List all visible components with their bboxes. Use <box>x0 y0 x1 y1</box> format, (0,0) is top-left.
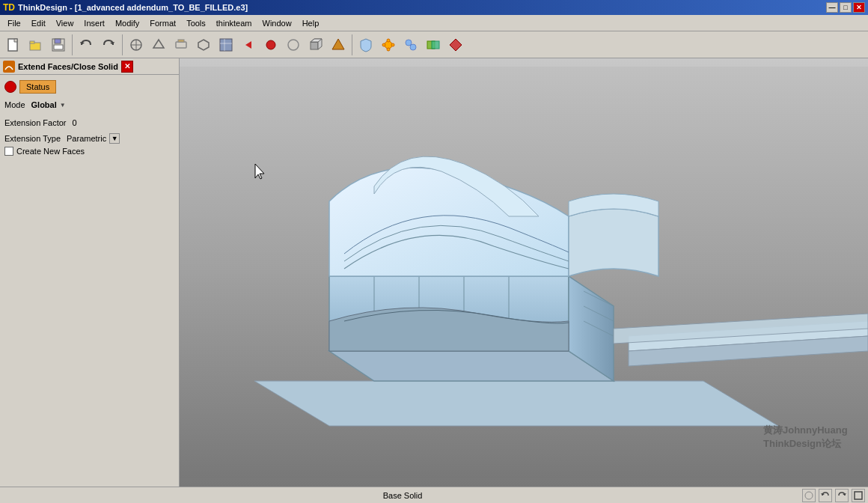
menu-window[interactable]: Window <box>258 17 296 29</box>
svg-rect-21 <box>311 42 318 49</box>
status-button[interactable]: Status <box>19 80 56 94</box>
menu-tools[interactable]: Tools <box>182 17 210 29</box>
tb-back[interactable] <box>238 34 259 55</box>
svg-marker-34 <box>450 39 462 51</box>
svg-marker-39 <box>329 351 614 381</box>
svg-rect-5 <box>54 45 63 49</box>
svg-text:ThinkDesign论坛: ThinkDesign论坛 <box>763 438 842 449</box>
extension-type-value: Parametric <box>67 134 106 143</box>
svg-rect-15 <box>220 39 232 51</box>
svg-rect-2 <box>30 41 34 43</box>
tb-save[interactable] <box>48 34 69 55</box>
extension-factor-label: Extension Factor <box>4 118 67 127</box>
menu-bar: File Edit View Insert Modify Format Tool… <box>0 15 868 31</box>
svg-point-31 <box>410 44 416 50</box>
svg-point-26 <box>382 43 385 46</box>
tb-record[interactable] <box>260 34 281 55</box>
tb-cluster2[interactable] <box>400 34 421 55</box>
menu-format[interactable]: Format <box>145 17 180 29</box>
panel-header: Extend Faces/Close Solid ✕ <box>0 58 179 75</box>
svg-marker-24 <box>332 39 344 49</box>
tb-cluster3[interactable] <box>423 34 444 55</box>
status-icon-rotate-right[interactable] <box>835 489 849 502</box>
viewport-svg: 3 黄涛JohnnyHuang ThinkDesign论坛 <box>180 58 868 487</box>
main-area: Extend Faces/Close Solid ✕ Status Mode G… <box>0 58 868 487</box>
menu-insert[interactable]: Insert <box>79 17 109 29</box>
panel-title: Extend Faces/Close Solid <box>18 62 118 71</box>
status-icon-rotate-left[interactable] <box>819 489 832 502</box>
mode-row: Mode Global ▼ <box>4 97 174 112</box>
tb-forward[interactable] <box>283 34 304 55</box>
toolbar-sep-3 <box>352 34 352 55</box>
svg-rect-13 <box>178 40 184 42</box>
svg-point-29 <box>387 48 390 51</box>
tb-tool3[interactable] <box>171 34 192 55</box>
tb-tool5[interactable] <box>216 34 236 55</box>
mode-dropdown-arrow[interactable]: ▼ <box>60 102 66 109</box>
create-new-faces-checkbox[interactable] <box>4 147 13 156</box>
status-icon-record[interactable] <box>802 489 816 502</box>
panel-icon <box>3 61 15 73</box>
extension-factor-value: 0 <box>73 118 77 127</box>
tb-open[interactable] <box>25 34 46 55</box>
tb-cluster4[interactable] <box>445 34 466 55</box>
stop-start-row: Status <box>4 79 174 94</box>
title-bar-left: TD ThinkDesign - [1_advanced addendum_TO… <box>3 2 248 13</box>
toolbar <box>0 31 868 58</box>
svg-marker-11 <box>153 40 164 48</box>
extension-type-dropdown[interactable]: ▼ <box>109 133 120 144</box>
tb-solid[interactable] <box>305 34 326 55</box>
maximize-button[interactable]: □ <box>840 2 852 13</box>
tb-redo[interactable] <box>98 34 119 55</box>
app-logo: TD <box>3 2 15 13</box>
menu-view[interactable]: View <box>52 17 79 29</box>
minimize-button[interactable]: — <box>826 2 838 13</box>
svg-point-20 <box>288 40 299 50</box>
panel-close-button[interactable]: ✕ <box>121 61 133 73</box>
tb-cluster1[interactable] <box>378 34 399 55</box>
tb-undo[interactable] <box>76 34 97 55</box>
tb-shield[interactable] <box>355 34 376 55</box>
svg-point-30 <box>406 40 412 46</box>
extension-factor-row: Extension Factor 0 <box>4 115 174 130</box>
tb-shape[interactable] <box>328 34 349 55</box>
svg-marker-14 <box>198 40 209 50</box>
svg-rect-33 <box>432 41 439 49</box>
menu-edit[interactable]: Edit <box>27 17 50 29</box>
extension-type-label: Extension Type <box>4 134 61 143</box>
left-panel: Extend Faces/Close Solid ✕ Status Mode G… <box>0 58 180 487</box>
mode-label: Mode <box>4 100 25 109</box>
menu-modify[interactable]: Modify <box>111 17 144 29</box>
svg-rect-4 <box>55 39 61 43</box>
tb-tool4[interactable] <box>193 34 214 55</box>
viewport[interactable]: 3 黄涛JohnnyHuang ThinkDesign论坛 <box>180 58 868 487</box>
close-button[interactable]: ✕ <box>853 2 865 13</box>
status-icon-square[interactable] <box>852 489 865 502</box>
svg-point-28 <box>387 39 390 42</box>
svg-rect-12 <box>176 42 186 48</box>
stop-button[interactable] <box>4 81 16 93</box>
svg-text:黄涛JohnnyHuang: 黄涛JohnnyHuang <box>763 424 848 436</box>
mode-value: Global <box>31 100 57 109</box>
status-text: Base Solid <box>3 491 802 500</box>
extension-type-row: Extension Type Parametric ▼ <box>4 133 174 144</box>
tb-new[interactable] <box>3 34 24 55</box>
svg-point-57 <box>805 492 813 499</box>
title-controls: — □ ✕ <box>826 2 865 13</box>
panel-content: Status Mode Global ▼ Extension Factor 0 … <box>0 75 179 160</box>
title-text: ThinkDesign - [1_advanced addendum_TO_BE… <box>18 3 248 12</box>
status-right <box>802 489 865 502</box>
tb-tool1[interactable] <box>126 34 147 55</box>
svg-marker-18 <box>245 41 251 49</box>
title-bar: TD ThinkDesign - [1_advanced addendum_TO… <box>0 0 868 15</box>
menu-help[interactable]: Help <box>298 17 324 29</box>
svg-marker-36 <box>254 381 778 426</box>
menu-file[interactable]: File <box>3 17 25 29</box>
tb-tool2[interactable] <box>148 34 169 55</box>
create-new-faces-row: Create New Faces <box>4 147 174 156</box>
svg-rect-60 <box>855 492 862 499</box>
create-new-faces-label: Create New Faces <box>16 147 85 156</box>
status-bar: Base Solid <box>0 487 868 503</box>
menu-thinkteam[interactable]: thinkteam <box>212 17 257 29</box>
svg-point-19 <box>266 40 275 49</box>
